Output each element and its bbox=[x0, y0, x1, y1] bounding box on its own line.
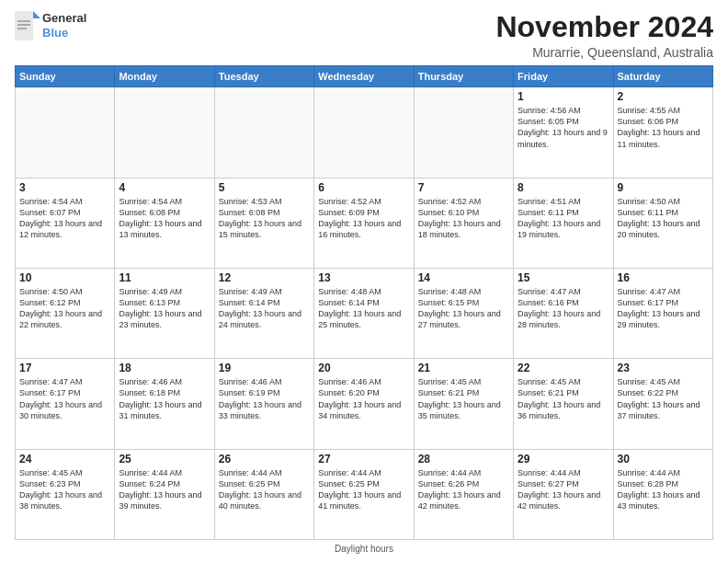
calendar-cell bbox=[414, 87, 513, 178]
svg-rect-3 bbox=[17, 24, 30, 26]
calendar-cell: 10Sunrise: 4:50 AM Sunset: 6:12 PM Dayli… bbox=[16, 268, 115, 358]
calendar-cell: 9Sunrise: 4:50 AM Sunset: 6:11 PM Daylig… bbox=[613, 178, 712, 268]
svg-rect-2 bbox=[17, 20, 30, 22]
calendar-cell: 4Sunrise: 4:54 AM Sunset: 6:08 PM Daylig… bbox=[115, 178, 214, 268]
day-number: 29 bbox=[518, 453, 609, 465]
day-number: 26 bbox=[219, 453, 310, 465]
day-info: Sunrise: 4:45 AM Sunset: 6:21 PM Dayligh… bbox=[518, 376, 609, 421]
day-info: Sunrise: 4:45 AM Sunset: 6:22 PM Dayligh… bbox=[618, 376, 709, 421]
calendar-cell bbox=[214, 87, 313, 178]
calendar-cell: 14Sunrise: 4:48 AM Sunset: 6:15 PM Dayli… bbox=[414, 268, 513, 358]
day-info: Sunrise: 4:46 AM Sunset: 6:19 PM Dayligh… bbox=[219, 376, 310, 421]
day-number: 11 bbox=[119, 271, 210, 284]
day-info: Sunrise: 4:52 AM Sunset: 6:10 PM Dayligh… bbox=[418, 196, 509, 241]
logo-text: General Blue bbox=[42, 11, 86, 40]
day-info: Sunrise: 4:44 AM Sunset: 6:26 PM Dayligh… bbox=[418, 467, 509, 512]
calendar-cell: 16Sunrise: 4:47 AM Sunset: 6:17 PM Dayli… bbox=[613, 268, 712, 358]
calendar-day-header: Tuesday bbox=[214, 66, 313, 87]
svg-rect-4 bbox=[17, 28, 27, 29]
calendar-cell: 7Sunrise: 4:52 AM Sunset: 6:10 PM Daylig… bbox=[414, 178, 513, 268]
day-info: Sunrise: 4:52 AM Sunset: 6:09 PM Dayligh… bbox=[318, 196, 409, 241]
calendar-cell: 28Sunrise: 4:44 AM Sunset: 6:26 PM Dayli… bbox=[414, 449, 513, 539]
logo-general-text: General bbox=[42, 11, 86, 26]
day-number: 9 bbox=[618, 181, 709, 194]
day-number: 14 bbox=[418, 271, 509, 284]
calendar-cell: 15Sunrise: 4:47 AM Sunset: 6:16 PM Dayli… bbox=[514, 268, 613, 358]
calendar-week-row: 10Sunrise: 4:50 AM Sunset: 6:12 PM Dayli… bbox=[16, 268, 713, 358]
calendar-cell: 27Sunrise: 4:44 AM Sunset: 6:25 PM Dayli… bbox=[314, 449, 414, 539]
calendar-week-row: 17Sunrise: 4:47 AM Sunset: 6:17 PM Dayli… bbox=[16, 359, 713, 449]
day-number: 5 bbox=[219, 181, 310, 194]
day-info: Sunrise: 4:48 AM Sunset: 6:14 PM Dayligh… bbox=[318, 286, 409, 331]
calendar-header-row: SundayMondayTuesdayWednesdayThursdayFrid… bbox=[16, 66, 713, 87]
svg-marker-1 bbox=[33, 11, 40, 18]
day-number: 6 bbox=[318, 181, 409, 194]
calendar-table: SundayMondayTuesdayWednesdayThursdayFrid… bbox=[15, 65, 713, 540]
day-info: Sunrise: 4:45 AM Sunset: 6:21 PM Dayligh… bbox=[418, 376, 509, 421]
day-info: Sunrise: 4:44 AM Sunset: 6:27 PM Dayligh… bbox=[518, 467, 609, 512]
day-info: Sunrise: 4:47 AM Sunset: 6:16 PM Dayligh… bbox=[518, 286, 609, 331]
month-title: November 2024 bbox=[495, 11, 713, 43]
day-info: Sunrise: 4:45 AM Sunset: 6:23 PM Dayligh… bbox=[19, 467, 110, 512]
day-number: 12 bbox=[219, 271, 310, 284]
day-info: Sunrise: 4:50 AM Sunset: 6:12 PM Dayligh… bbox=[19, 286, 110, 331]
calendar-cell: 24Sunrise: 4:45 AM Sunset: 6:23 PM Dayli… bbox=[16, 449, 115, 539]
day-info: Sunrise: 4:44 AM Sunset: 6:24 PM Dayligh… bbox=[119, 467, 210, 512]
day-number: 19 bbox=[219, 362, 310, 374]
calendar-cell: 6Sunrise: 4:52 AM Sunset: 6:09 PM Daylig… bbox=[314, 178, 414, 268]
day-info: Sunrise: 4:46 AM Sunset: 6:18 PM Dayligh… bbox=[119, 376, 210, 421]
calendar-cell: 25Sunrise: 4:44 AM Sunset: 6:24 PM Dayli… bbox=[115, 449, 214, 539]
logo-container: General Blue bbox=[15, 11, 86, 40]
day-number: 15 bbox=[518, 271, 609, 284]
calendar-cell: 29Sunrise: 4:44 AM Sunset: 6:27 PM Dayli… bbox=[514, 449, 613, 539]
calendar-cell bbox=[16, 87, 115, 178]
day-number: 28 bbox=[418, 453, 509, 465]
calendar-day-header: Friday bbox=[514, 66, 613, 87]
day-number: 23 bbox=[618, 362, 709, 374]
calendar-cell: 11Sunrise: 4:49 AM Sunset: 6:13 PM Dayli… bbox=[115, 268, 214, 358]
calendar-cell: 13Sunrise: 4:48 AM Sunset: 6:14 PM Dayli… bbox=[314, 268, 414, 358]
calendar-day-header: Saturday bbox=[613, 66, 712, 87]
calendar-week-row: 24Sunrise: 4:45 AM Sunset: 6:23 PM Dayli… bbox=[16, 449, 713, 539]
day-number: 13 bbox=[318, 271, 409, 284]
day-number: 10 bbox=[19, 271, 110, 284]
day-info: Sunrise: 4:47 AM Sunset: 6:17 PM Dayligh… bbox=[618, 286, 709, 331]
logo-blue-text: Blue bbox=[42, 26, 86, 40]
day-info: Sunrise: 4:48 AM Sunset: 6:15 PM Dayligh… bbox=[418, 286, 509, 331]
calendar-cell: 20Sunrise: 4:46 AM Sunset: 6:20 PM Dayli… bbox=[314, 359, 414, 449]
day-number: 17 bbox=[19, 362, 110, 374]
day-number: 25 bbox=[119, 453, 210, 465]
day-info: Sunrise: 4:47 AM Sunset: 6:17 PM Dayligh… bbox=[19, 376, 110, 421]
calendar-cell: 8Sunrise: 4:51 AM Sunset: 6:11 PM Daylig… bbox=[514, 178, 613, 268]
calendar-cell: 1Sunrise: 4:56 AM Sunset: 6:05 PM Daylig… bbox=[514, 87, 613, 178]
daylight-label: Daylight hours bbox=[335, 544, 393, 554]
day-number: 27 bbox=[318, 453, 409, 465]
calendar-cell: 18Sunrise: 4:46 AM Sunset: 6:18 PM Dayli… bbox=[115, 359, 214, 449]
day-info: Sunrise: 4:51 AM Sunset: 6:11 PM Dayligh… bbox=[518, 196, 609, 241]
calendar-cell: 23Sunrise: 4:45 AM Sunset: 6:22 PM Dayli… bbox=[613, 359, 712, 449]
logo: General Blue bbox=[15, 11, 86, 40]
calendar-cell bbox=[115, 87, 214, 178]
title-section: November 2024 Murarrie, Queensland, Aust… bbox=[495, 11, 713, 60]
calendar-day-header: Wednesday bbox=[314, 66, 414, 87]
day-number: 16 bbox=[618, 271, 709, 284]
day-number: 24 bbox=[19, 453, 110, 465]
calendar-cell: 2Sunrise: 4:55 AM Sunset: 6:06 PM Daylig… bbox=[613, 87, 712, 178]
calendar-cell: 17Sunrise: 4:47 AM Sunset: 6:17 PM Dayli… bbox=[16, 359, 115, 449]
calendar-cell: 19Sunrise: 4:46 AM Sunset: 6:19 PM Dayli… bbox=[214, 359, 313, 449]
day-number: 22 bbox=[518, 362, 609, 374]
day-info: Sunrise: 4:53 AM Sunset: 6:08 PM Dayligh… bbox=[219, 196, 310, 241]
logo-shape bbox=[15, 11, 40, 40]
header: General Blue November 2024 Murarrie, Que… bbox=[15, 11, 713, 60]
calendar-cell: 5Sunrise: 4:53 AM Sunset: 6:08 PM Daylig… bbox=[214, 178, 313, 268]
day-info: Sunrise: 4:54 AM Sunset: 6:08 PM Dayligh… bbox=[119, 196, 210, 241]
day-info: Sunrise: 4:56 AM Sunset: 6:05 PM Dayligh… bbox=[518, 105, 609, 150]
day-info: Sunrise: 4:44 AM Sunset: 6:25 PM Dayligh… bbox=[219, 467, 310, 512]
day-info: Sunrise: 4:44 AM Sunset: 6:25 PM Dayligh… bbox=[318, 467, 409, 512]
day-info: Sunrise: 4:50 AM Sunset: 6:11 PM Dayligh… bbox=[618, 196, 709, 241]
calendar-cell: 26Sunrise: 4:44 AM Sunset: 6:25 PM Dayli… bbox=[214, 449, 313, 539]
calendar-cell bbox=[314, 87, 414, 178]
day-number: 30 bbox=[618, 453, 709, 465]
calendar-cell: 22Sunrise: 4:45 AM Sunset: 6:21 PM Dayli… bbox=[514, 359, 613, 449]
day-number: 21 bbox=[418, 362, 509, 374]
